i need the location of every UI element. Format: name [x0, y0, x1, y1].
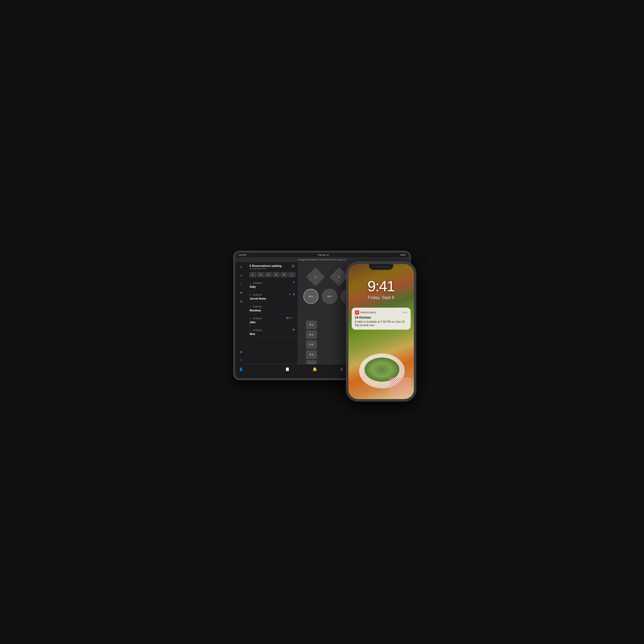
- res-top-jarrod: 6 6:30 pm ■ ≡ 📷: [250, 292, 295, 297]
- party-tab-2[interactable]: 2: [257, 272, 264, 277]
- panel-header: 5 Reservations waiting by requested time…: [247, 262, 298, 271]
- iphone-lockscreen: 9:41 Friday, Sept 8 O OPENTABLE now 19 K…: [348, 264, 414, 399]
- ipad-time: 4:30 PM: [238, 254, 246, 256]
- purple-icon-jarrod: ■: [289, 293, 290, 295]
- iphone-camera: [373, 266, 375, 268]
- table-rect-p2[interactable]: P-2: [306, 330, 317, 339]
- res-top-nick: 2 8:30 pm 📷: [250, 327, 295, 332]
- brown-icon-jake: ■: [292, 317, 293, 319]
- res-info-sally: 2 6:30 pm: [250, 280, 262, 285]
- table-rect-p3[interactable]: P-3: [306, 340, 317, 349]
- devices-scene: 4:30 PM Tue Sep 12 100% Assign this part…: [234, 251, 411, 393]
- table-diamond-2[interactable]: 2: [329, 267, 348, 286]
- res-name-randeep: Randeep: [250, 309, 295, 312]
- list2-icon-jake: ≡: [294, 317, 295, 319]
- panel-title-block: 5 Reservations waiting by requested time: [250, 264, 282, 270]
- iphone-notification[interactable]: O OPENTABLE now 19 Kitchen A table is av…: [352, 308, 411, 330]
- res-size-sally: 2: [250, 282, 251, 284]
- sidebar-icon-home[interactable]: ⌂: [238, 264, 244, 270]
- ipad-header-title: Assign this party for 6:45 pm on Tue, Se…: [298, 258, 346, 261]
- res-name-jake: Jake: [250, 321, 295, 324]
- res-icons-sally: 🍴: [292, 281, 295, 284]
- iphone-speaker: [376, 266, 390, 267]
- res-size-jarrod: 6: [250, 294, 251, 296]
- reservation-item-randeep[interactable]: 2 6:45 pm Randeep: [247, 302, 298, 314]
- res-top-sally: 2 6:30 pm 🍴: [250, 280, 295, 285]
- res-name-jarrod: Jarrod Hume: [250, 297, 295, 300]
- res-size-randeep: 2: [250, 306, 251, 308]
- notif-app-name: OPENTABLE: [360, 311, 376, 314]
- bottom-icon-bell[interactable]: 🔔: [312, 367, 317, 371]
- res-info-randeep: 2 6:45 pm: [250, 304, 262, 308]
- party-tab-1[interactable]: 1: [249, 272, 256, 277]
- fork-icon-jake: 🍴: [289, 317, 292, 319]
- bottom-icon-grid[interactable]: ⊞: [340, 367, 343, 371]
- table-circle-m2[interactable]: M-2: [322, 289, 337, 304]
- notif-header: O OPENTABLE now: [355, 310, 407, 315]
- camera-dot-1: [319, 255, 320, 256]
- table-diamond-1[interactable]: 1: [306, 267, 325, 286]
- sidebar-icon-layout[interactable]: □: [238, 281, 244, 287]
- res-time-nick: 8:30 pm: [253, 329, 262, 332]
- table-rect-p1[interactable]: P-1: [306, 321, 317, 329]
- rect-tables: P-1 P-2 P-3 P-4 P-5: [306, 321, 317, 369]
- party-tab-5[interactable]: 5: [280, 272, 288, 277]
- res-info-nick: 2 8:30 pm: [250, 327, 262, 332]
- sidebar-icon-circle[interactable]: ◎: [238, 299, 244, 304]
- bottom-icon-clipboard[interactable]: 📋: [285, 367, 290, 371]
- camera2-icon-nick: 📷: [293, 329, 295, 331]
- res-top-jake: 4 6:45 pm 👥 🍴 ■ ≡: [250, 315, 295, 320]
- res-info-jarrod: 6 6:30 pm: [250, 292, 262, 297]
- res-size-jake: 4: [250, 317, 251, 320]
- ipad-camera: [319, 255, 326, 256]
- sidebar-icon-settings[interactable]: ⚙: [238, 349, 244, 355]
- reservation-item-nick[interactable]: 2 8:30 pm 📷 Nick: [247, 326, 298, 337]
- sidebar-icon-list[interactable]: ≡: [238, 273, 244, 278]
- panel-subtitle: by requested time: [250, 267, 282, 270]
- party-size-tabs: 1 2 3 4 5 +: [247, 271, 298, 278]
- ipad-header: Assign this party for 6:45 pm on Tue, Se…: [235, 257, 409, 262]
- notif-app: O OPENTABLE: [355, 310, 376, 315]
- panel-close-button[interactable]: ×: [291, 264, 295, 268]
- ipad-sidebar: ⌂ ≡ □ ⊕ ◎ ⚙ ? 👤: [235, 262, 247, 374]
- res-time-jake: 6:45 pm: [253, 317, 262, 320]
- res-time-randeep: 6:45 pm: [253, 305, 262, 308]
- res-icons-nick: 📷: [293, 329, 295, 331]
- opentable-icon-letter: O: [356, 311, 358, 314]
- reservations-panel: 5 Reservations waiting by requested time…: [247, 262, 298, 374]
- res-name-sally: Sally: [250, 285, 295, 288]
- res-icons-jake: 👥 🍴 ■ ≡: [286, 317, 295, 319]
- sidebar-icon-person[interactable]: 👤: [238, 367, 244, 372]
- notif-title: 19 Kitchen: [355, 316, 407, 319]
- camera-lens: [321, 255, 323, 256]
- iphone-time: 9:41: [354, 277, 409, 295]
- iphone-notch: [369, 264, 393, 270]
- ipad-battery: 100%: [400, 254, 406, 256]
- reservation-item-jarrod[interactable]: 6 6:30 pm ■ ≡ 📷 Jarrod Hume: [247, 290, 298, 302]
- camera-icon-jarrod: 📷: [293, 293, 295, 295]
- table-circle-m1[interactable]: M-1: [303, 289, 318, 304]
- reservation-list: 2 6:30 pm 🍴 Sally: [247, 278, 298, 374]
- iphone-time-area: 9:41 Friday, Sept 8: [348, 264, 414, 306]
- res-time-jarrod: 6:30 pm: [253, 293, 262, 296]
- sidebar-icon-help[interactable]: ?: [238, 358, 244, 363]
- party-tab-plus[interactable]: +: [288, 272, 295, 277]
- sidebar-icon-add[interactable]: ⊕: [238, 290, 244, 295]
- reservation-item-sally[interactable]: 2 6:30 pm 🍴 Sally: [247, 278, 298, 290]
- table-rect-p4[interactable]: P-4: [306, 350, 317, 359]
- party-tab-4[interactable]: 4: [273, 272, 280, 277]
- party-tab-3[interactable]: 3: [265, 272, 272, 277]
- notif-body: A table is available at 7:00 PM on June …: [355, 320, 407, 327]
- fork-icon-sally: 🍴: [292, 281, 295, 284]
- opentable-icon: O: [355, 310, 359, 315]
- res-name-nick: Nick: [250, 333, 295, 336]
- res-time-sally: 6:30 pm: [253, 282, 262, 284]
- iphone-date: Friday, Sept 8: [354, 295, 409, 300]
- res-top-randeep: 2 6:45 pm: [250, 304, 295, 308]
- res-icons-jarrod: ■ ≡ 📷: [289, 293, 295, 295]
- reservation-item-jake[interactable]: 4 6:45 pm 👥 🍴 ■ ≡ Jake: [247, 314, 298, 326]
- res-size-nick: 2: [250, 329, 251, 332]
- list-icon-jarrod: ≡: [291, 293, 292, 295]
- res-info-jake: 4 6:45 pm: [250, 315, 262, 320]
- iphone-device: 9:41 Friday, Sept 8 O OPENTABLE now 19 K…: [346, 262, 416, 401]
